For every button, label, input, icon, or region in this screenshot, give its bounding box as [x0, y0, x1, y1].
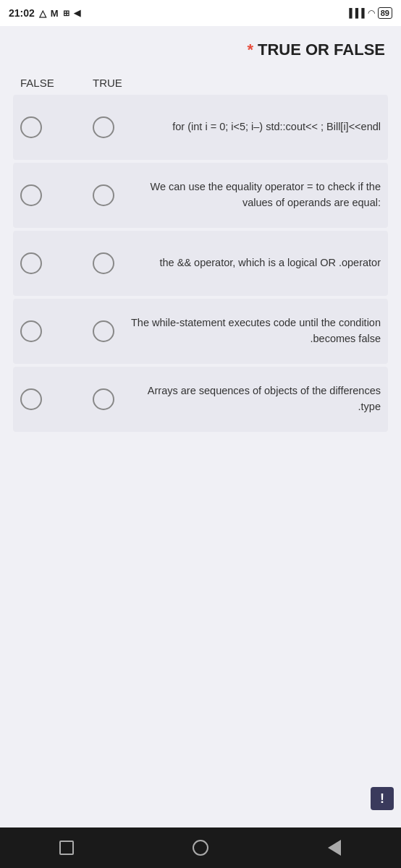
radio-true-option[interactable]	[93, 320, 114, 342]
radio-true-option[interactable]	[93, 184, 114, 206]
question-text: The while-statement executes code until …	[129, 315, 381, 347]
square-icon	[59, 841, 74, 855]
quiz-title: *TRUE OR FALSE	[13, 41, 388, 59]
radio-false-option[interactable]	[20, 252, 42, 274]
radio-group	[20, 116, 129, 138]
question-text: for (int i = 0; i<5; i–) std::cout<< ; B…	[129, 119, 381, 135]
nav-back-button[interactable]	[52, 833, 81, 862]
question-text: We can use the equality operator = to ch…	[129, 179, 381, 211]
main-content: *TRUE OR FALSE FALSE TRUE for (int i = 0…	[0, 26, 401, 827]
mail-icon: M	[51, 8, 59, 19]
question-row: The while-statement executes code until …	[13, 299, 388, 364]
grid-icon: ⊞	[63, 9, 69, 18]
status-indicators: ▐▐▐ ◠ 89	[346, 7, 392, 19]
radio-false-option[interactable]	[20, 320, 42, 342]
questions-list: for (int i = 0; i<5; i–) std::cout<< ; B…	[13, 95, 388, 435]
battery-indicator: 89	[378, 7, 392, 19]
radio-false-option[interactable]	[20, 184, 42, 206]
nav-home-button[interactable]	[186, 833, 215, 862]
status-time: 21:02 △ M ⊞ ◀	[9, 7, 80, 19]
radio-false-option[interactable]	[20, 116, 42, 138]
nav-icon: ◀	[74, 8, 80, 18]
radio-true-option[interactable]	[93, 388, 114, 410]
radio-group	[20, 184, 129, 206]
floating-action-button[interactable]: !	[371, 787, 394, 810]
question-row: the && operator, which is a logical OR .…	[13, 231, 388, 296]
radio-group	[20, 252, 129, 274]
question-text: Arrays are sequences of objects of the d…	[129, 383, 381, 415]
radio-true-option[interactable]	[93, 116, 114, 138]
radio-group	[20, 388, 129, 410]
question-text: the && operator, which is a logical OR .…	[129, 255, 381, 271]
radio-group	[20, 320, 129, 342]
bottom-nav	[0, 827, 401, 868]
required-asterisk: *	[247, 41, 253, 59]
radio-false-option[interactable]	[20, 388, 42, 410]
column-headers: FALSE TRUE	[13, 77, 388, 89]
false-column-header: FALSE	[20, 77, 93, 89]
question-row: Arrays are sequences of objects of the d…	[13, 367, 388, 432]
location-icon: △	[39, 8, 46, 19]
nav-recent-button[interactable]	[320, 833, 349, 862]
radio-true-option[interactable]	[93, 252, 114, 274]
question-row: for (int i = 0; i<5; i–) std::cout<< ; B…	[13, 95, 388, 160]
signal-icon: ▐▐▐	[346, 8, 365, 18]
true-column-header: TRUE	[93, 77, 165, 89]
status-bar: 21:02 △ M ⊞ ◀ ▐▐▐ ◠ 89	[0, 0, 401, 26]
question-row: We can use the equality operator = to ch…	[13, 163, 388, 228]
wifi-icon: ◠	[368, 8, 375, 18]
quiz-title-text: TRUE OR FALSE	[258, 41, 385, 59]
triangle-icon	[328, 840, 341, 856]
circle-icon	[193, 840, 208, 856]
time-display: 21:02	[9, 7, 35, 19]
